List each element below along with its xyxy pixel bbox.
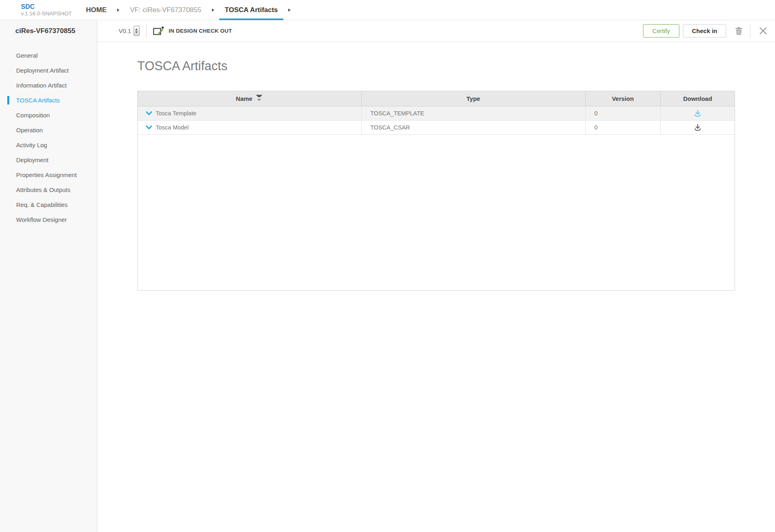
page-title: TOSCA Artifacts [137, 59, 775, 73]
version-stepper[interactable] [134, 26, 140, 36]
chevron-down-icon[interactable] [146, 125, 152, 129]
sidebar-item-tosca-artifacts[interactable]: TOSCA Artifacts [0, 93, 97, 108]
breadcrumb-arrow-icon [288, 8, 291, 12]
lifecycle-status: IN DESIGN CHECK OUT [153, 26, 232, 36]
sidebar-item-general[interactable]: General [0, 48, 97, 63]
toolbar-divider [750, 24, 750, 38]
main-area: V0.1 IN DESIGN CHECK OUT Certify [97, 20, 775, 532]
sidebar-item-operation[interactable]: Operation [0, 123, 97, 138]
table-row-tosca-template: Tosca Template TOSCA_TEMPLATE 0 [138, 106, 735, 120]
app-logo: SDC [21, 3, 80, 10]
sidebar-item-deployment[interactable]: Deployment [0, 152, 97, 167]
sidebar-item-properties-assignment[interactable]: Properties Assignment [0, 167, 97, 182]
status-badge: IN DESIGN CHECK OUT [169, 28, 232, 34]
toolbar-actions: Certify Check in [643, 24, 767, 38]
sidebar-item-activity-log[interactable]: Activity Log [0, 138, 97, 152]
breadcrumb-vf[interactable]: VF: ciRes-VF67370855 [124, 0, 207, 20]
sidebar: ciRes-VF67370855 General Deployment Arti… [0, 20, 97, 532]
breadcrumb-arrow-icon [117, 8, 119, 12]
filter-sort-icon[interactable] [256, 94, 263, 102]
content-panel: TOSCA Artifacts Name [97, 42, 775, 291]
sidebar-item-composition[interactable]: Composition [0, 108, 97, 123]
sidebar-item-deployment-artifact[interactable]: Deployment Artifact [0, 63, 97, 78]
download-icon[interactable] [693, 109, 702, 117]
artifact-name: Tosca Model [156, 124, 189, 131]
table-header-row: Name Type Vers [138, 91, 735, 106]
close-icon[interactable] [759, 27, 767, 35]
stepper-down-icon[interactable] [135, 31, 138, 33]
download-icon[interactable] [693, 123, 702, 131]
check-in-button[interactable]: Check in [683, 24, 726, 38]
sidebar-menu: General Deployment Artifact Information … [0, 48, 97, 227]
app-logo-block: SDC v.1.16.0-SNAPSHOT [0, 0, 80, 20]
toolbar-divider [146, 24, 147, 38]
column-header-type[interactable]: Type [361, 91, 585, 106]
artifact-version: 0 [585, 106, 660, 120]
tosca-artifacts-table: Name Type Vers [137, 91, 735, 291]
artifact-type: TOSCA_TEMPLATE [361, 106, 585, 120]
artifact-name: Tosca Template [156, 110, 196, 117]
version-label: V0.1 [119, 27, 131, 34]
sidebar-item-attributes-outputs[interactable]: Attributes & Outputs [0, 182, 97, 197]
artifact-version: 0 [585, 120, 660, 134]
column-header-download[interactable]: Download [660, 91, 735, 106]
breadcrumb-home[interactable]: HOME [80, 0, 112, 20]
edit-pencil-icon [153, 26, 164, 36]
column-header-version[interactable]: Version [585, 91, 660, 106]
breadcrumb-arrow-icon [212, 8, 214, 12]
column-header-name[interactable]: Name [138, 91, 361, 106]
top-bar: SDC v.1.16.0-SNAPSHOT HOME VF: ciRes-VF6… [0, 0, 775, 20]
sidebar-item-workflow-designer[interactable]: Workflow Designer [0, 212, 97, 227]
sidebar-item-req-capabilities[interactable]: Req. & Capabilities [0, 197, 97, 212]
artifact-type: TOSCA_CSAR [361, 120, 585, 134]
delete-trash-icon[interactable] [735, 27, 743, 35]
certify-button[interactable]: Certify [643, 24, 679, 38]
chevron-down-icon[interactable] [146, 111, 152, 115]
sidebar-resource-title: ciRes-VF67370855 [0, 20, 97, 42]
sidebar-item-information-artifact[interactable]: Information Artifact [0, 78, 97, 93]
breadcrumb-tosca-artifacts[interactable]: TOSCA Artifacts [219, 0, 284, 20]
breadcrumb: HOME VF: ciRes-VF67370855 TOSCA Artifact… [80, 0, 295, 20]
app-version: v.1.16.0-SNAPSHOT [21, 10, 80, 17]
stepper-up-icon[interactable] [135, 29, 138, 30]
table-row-tosca-model: Tosca Model TOSCA_CSAR 0 [138, 120, 735, 134]
toolbar: V0.1 IN DESIGN CHECK OUT Certify [97, 20, 775, 42]
